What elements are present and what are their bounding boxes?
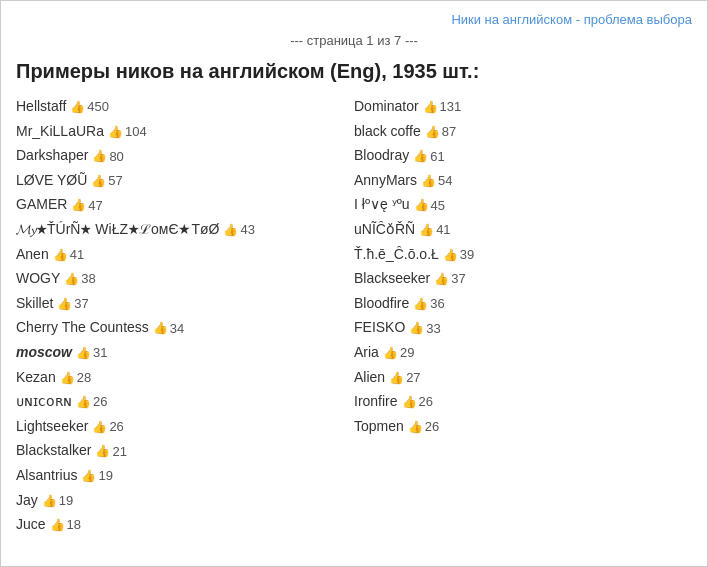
- right-column: Dominator👍 131black coffe👍 87Bloodray👍 6…: [354, 97, 692, 540]
- top-link[interactable]: Ники на английском - проблема выбора: [451, 12, 692, 27]
- nick-name[interactable]: Ť.ħ.ē_Ĉ.ō.o.Ł: [354, 245, 439, 265]
- nick-name[interactable]: Juce: [16, 515, 46, 535]
- nick-count: 👍 57: [91, 172, 122, 190]
- pagination: --- страница 1 из 7 ---: [16, 33, 692, 48]
- thumb-icon: 👍: [53, 247, 68, 264]
- list-item: Hellstaff👍 450: [16, 97, 354, 117]
- list-item: GAMER👍 47: [16, 195, 354, 215]
- nick-count: 👍 19: [81, 467, 112, 485]
- thumb-icon: 👍: [71, 197, 86, 214]
- thumb-icon: 👍: [108, 124, 123, 141]
- nick-count: 👍 87: [425, 123, 456, 141]
- list-item: Anen👍 41: [16, 245, 354, 265]
- list-item: Blackseeker👍 37: [354, 269, 692, 289]
- thumb-icon: 👍: [91, 173, 106, 190]
- nick-count: 👍 29: [383, 344, 414, 362]
- list-item: Alsantrius👍 19: [16, 466, 354, 486]
- nick-count: 👍 43: [223, 221, 254, 239]
- nick-name[interactable]: Jay: [16, 491, 38, 511]
- list-item: LØVE YØŨ👍 57: [16, 171, 354, 191]
- nick-name[interactable]: ᴜɴɪᴄᴏʀɴ: [16, 392, 72, 412]
- list-item: uNĨĈǒŘÑ👍 41: [354, 220, 692, 240]
- nick-count: 👍 47: [71, 197, 102, 215]
- thumb-icon: 👍: [413, 296, 428, 313]
- list-item: Alien👍 27: [354, 368, 692, 388]
- nick-name[interactable]: Topmen: [354, 417, 404, 437]
- nick-count: 👍 39: [443, 246, 474, 264]
- list-item: Mr_KiLLaURa👍 104: [16, 122, 354, 142]
- nick-count: 👍 26: [402, 393, 433, 411]
- nick-name[interactable]: Ironfire: [354, 392, 398, 412]
- list-item: Bloodfire👍 36: [354, 294, 692, 314]
- nick-name[interactable]: I łº∨ę ʸºu: [354, 195, 410, 215]
- list-item: Darkshaper👍 80: [16, 146, 354, 166]
- list-item: Juce👍 18: [16, 515, 354, 535]
- thumb-icon: 👍: [402, 394, 417, 411]
- nick-name[interactable]: Bloodray: [354, 146, 409, 166]
- nick-name[interactable]: Blackstalker: [16, 441, 91, 461]
- thumb-icon: 👍: [421, 173, 436, 190]
- nick-count: 👍 37: [57, 295, 88, 313]
- nick-name[interactable]: GAMER: [16, 195, 67, 215]
- nick-name[interactable]: Mr_KiLLaURa: [16, 122, 104, 142]
- list-item: Bloodray👍 61: [354, 146, 692, 166]
- nick-name[interactable]: Cherry The Countess: [16, 318, 149, 338]
- nick-name[interactable]: Hellstaff: [16, 97, 66, 117]
- left-column: Hellstaff👍 450Mr_KiLLaURa👍 104Darkshaper…: [16, 97, 354, 540]
- list-item: FEISKO👍 33: [354, 318, 692, 338]
- nick-count: 👍 80: [92, 148, 123, 166]
- thumb-icon: 👍: [95, 443, 110, 460]
- list-item: Aria👍 29: [354, 343, 692, 363]
- nick-count: 👍 21: [95, 443, 126, 461]
- list-item: Cherry The Countess👍 34: [16, 318, 354, 338]
- thumb-icon: 👍: [60, 370, 75, 387]
- nick-count: 👍 31: [76, 344, 107, 362]
- nick-name[interactable]: 𝓜𝔂★ŤÚrÑ★ WiŁZ★ℒoмЄ★TøØ: [16, 220, 219, 240]
- nick-name[interactable]: LØVE YØŨ: [16, 171, 87, 191]
- nick-name[interactable]: WOGY: [16, 269, 60, 289]
- pagination-text: --- страница 1 из 7 ---: [290, 33, 418, 48]
- nick-name[interactable]: Darkshaper: [16, 146, 88, 166]
- nick-count: 👍 26: [92, 418, 123, 436]
- nick-count: 👍 37: [434, 270, 465, 288]
- nick-name[interactable]: moscow: [16, 343, 72, 363]
- nick-name[interactable]: Aria: [354, 343, 379, 363]
- nick-count: 👍 26: [408, 418, 439, 436]
- nick-name[interactable]: FEISKO: [354, 318, 405, 338]
- nick-name[interactable]: Alien: [354, 368, 385, 388]
- list-item: AnnyMars👍 54: [354, 171, 692, 191]
- thumb-icon: 👍: [425, 124, 440, 141]
- list-item: Jay👍 19: [16, 491, 354, 511]
- nick-name[interactable]: Blackseeker: [354, 269, 430, 289]
- nick-name[interactable]: Anen: [16, 245, 49, 265]
- nick-name[interactable]: Kezan: [16, 368, 56, 388]
- thumb-icon: 👍: [413, 148, 428, 165]
- nick-name[interactable]: Dominator: [354, 97, 419, 117]
- nick-count: 👍 18: [50, 516, 81, 534]
- nick-name[interactable]: Bloodfire: [354, 294, 409, 314]
- list-item: ᴜɴɪᴄᴏʀɴ👍 26: [16, 392, 354, 412]
- thumb-icon: 👍: [50, 517, 65, 534]
- page-title: Примеры ников на английском (Eng), 1935 …: [16, 60, 692, 83]
- nick-count: 👍 61: [413, 148, 444, 166]
- nick-name[interactable]: black coffe: [354, 122, 421, 142]
- thumb-icon: 👍: [76, 345, 91, 362]
- nick-count: 👍 450: [70, 98, 109, 116]
- thumb-icon: 👍: [153, 320, 168, 337]
- nick-name[interactable]: Lightseeker: [16, 417, 88, 437]
- nick-name[interactable]: Alsantrius: [16, 466, 77, 486]
- nick-name[interactable]: AnnyMars: [354, 171, 417, 191]
- list-item: moscow👍 31: [16, 343, 354, 363]
- thumb-icon: 👍: [419, 222, 434, 239]
- thumb-icon: 👍: [408, 419, 423, 436]
- nick-name[interactable]: Skillet: [16, 294, 53, 314]
- thumb-icon: 👍: [443, 247, 458, 264]
- nick-name[interactable]: uNĨĈǒŘÑ: [354, 220, 415, 240]
- thumb-icon: 👍: [70, 99, 85, 116]
- thumb-icon: 👍: [57, 296, 72, 313]
- thumb-icon: 👍: [434, 271, 449, 288]
- top-link-container: Ники на английском - проблема выбора: [16, 11, 692, 27]
- nick-count: 👍 34: [153, 320, 184, 338]
- thumb-icon: 👍: [223, 222, 238, 239]
- nick-count: 👍 28: [60, 369, 91, 387]
